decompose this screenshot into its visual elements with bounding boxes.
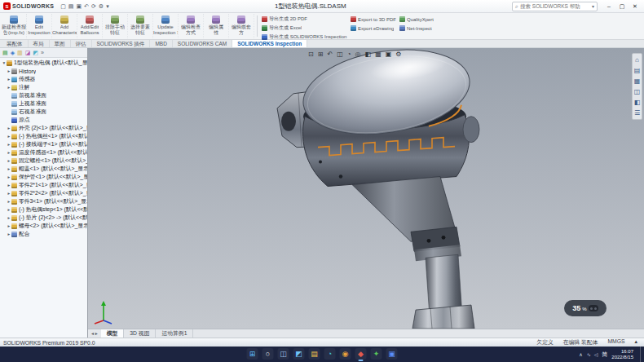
rebuild-icon[interactable]: ⟳ <box>91 2 96 11</box>
apply-scene-icon[interactable]: ▣ <box>386 51 392 58</box>
view-tab-motion-study[interactable]: 运动算例1 <box>156 329 193 338</box>
update-inspection-project-button[interactable]: Update Inspection 项目 <box>153 14 179 38</box>
maximize-button[interactable]: ▢ <box>618 3 626 10</box>
new-inspection-project-button[interactable]: 新建检查报 告(imp.fx) <box>2 14 27 38</box>
tray-chevron-icon[interactable]: ∧ <box>579 351 582 357</box>
quick-access-dropdown-icon[interactable]: ▾ <box>106 2 109 11</box>
select-sampled-features-button[interactable]: 选择要素 特征 <box>128 14 153 38</box>
design-library-tab-icon[interactable]: ▤ <box>634 67 641 74</box>
save-icon[interactable]: ▣ <box>76 2 82 11</box>
overlay-pill[interactable]: 35 % <box>564 300 607 316</box>
tab-addins[interactable]: SOLIDWORKS 插件 <box>92 40 151 47</box>
file-explorer-tab-icon[interactable]: ▦ <box>634 77 641 85</box>
tree-item[interactable]: ▸ 帽盖<1> (默认<<默认>_显示状态 <box>0 165 87 173</box>
task-view-button[interactable]: ◫ <box>278 348 289 360</box>
propertymanager-tab-icon[interactable]: ◈ <box>11 48 15 58</box>
tree-item[interactable]: ▸ 温度传感器<1> (默认<<默认>_显 <box>0 148 87 157</box>
expand-pane-icon[interactable]: » <box>41 48 44 58</box>
tree-item[interactable]: ▸ 注解 <box>0 83 87 91</box>
volume-icon[interactable]: ◁ <box>594 351 598 357</box>
tree-item[interactable]: ▸ 传感器 <box>0 75 87 83</box>
export-edrawing-button[interactable]: Export eDrawing <box>351 24 396 32</box>
solidworks-taskbar-button[interactable]: ◆ <box>355 348 367 360</box>
resources-tab-icon[interactable]: ⌂ <box>635 56 639 64</box>
tree-item[interactable]: ▸ History <box>0 67 87 75</box>
undo-icon[interactable]: ↶ <box>84 2 89 11</box>
viewport[interactable] <box>88 48 644 329</box>
view-settings-icon[interactable]: ⚙ <box>395 51 401 58</box>
tree-item[interactable]: ▸ (-) 垫片 (2)<2> -> (默认<<默认>_显 <box>0 214 87 222</box>
widgets-button[interactable]: ◩ <box>293 348 305 360</box>
tree-item[interactable]: 前视基准面 <box>0 91 87 99</box>
status-editing-assembly[interactable]: 在编辑 装配体 <box>563 338 598 347</box>
tree-item[interactable]: 右视基准面 <box>0 108 87 116</box>
graphics-area[interactable]: ⊡⊞↶◫◔◎◧▦▣⚙ ⌂▤▦◫◧☰ 35 % ◂ ▸ <box>88 48 644 338</box>
browser-button[interactable]: ◉ <box>340 348 351 360</box>
edge-button[interactable]: ◔ <box>324 348 336 360</box>
chevron-down-icon[interactable]: ▾ <box>592 3 594 9</box>
add-characteristic-button[interactable]: Add Characteristic <box>52 14 77 38</box>
edit-inspection-method-button[interactable]: 编辑检查 方式 <box>179 14 204 38</box>
view-tab-nav-arrows[interactable]: ◂ ▸ <box>88 329 101 338</box>
status-units[interactable]: MMGS <box>607 338 624 347</box>
taskbar-clock[interactable]: 16:07 2022/8/15 <box>611 349 633 360</box>
show-desktop-button[interactable] <box>640 347 642 362</box>
view-tab-model[interactable]: 模型 <box>101 329 125 338</box>
edit-inspection-button[interactable]: Edit Inspection <box>27 14 52 38</box>
tree-item[interactable]: ▸ 零件3<1> (默认<<默认>_显示状态 <box>0 197 87 205</box>
tab-evaluate[interactable]: 评估 <box>71 40 92 47</box>
tab-mbd[interactable]: MBD <box>150 40 172 47</box>
tree-item[interactable]: 上视基准面 <box>0 99 87 108</box>
photos-button[interactable]: ▣ <box>386 348 398 360</box>
tree-item[interactable]: ▸ 零件2*1<1> (默认<<默认>_显示状 <box>0 181 87 189</box>
hide-show-items-icon[interactable]: ◧ <box>365 51 372 58</box>
new-file-icon[interactable]: ▢ <box>60 2 66 11</box>
file-explorer-button[interactable]: ▤ <box>309 348 320 360</box>
view-tab-3d-views[interactable]: 3D 视图 <box>124 329 156 338</box>
tree-item[interactable]: 原点 <box>0 116 87 124</box>
qualityxpert-button[interactable]: QualityXpert <box>399 15 434 23</box>
zoom-area-icon[interactable]: ⊞ <box>318 51 324 58</box>
custom-properties-tab-icon[interactable]: ☰ <box>634 109 640 117</box>
search-button[interactable]: ○ <box>262 348 274 360</box>
network-icon[interactable]: ∿ <box>587 351 591 357</box>
status-expand-icon[interactable]: ▴ <box>635 338 637 347</box>
add-edit-balloons-button[interactable]: Add/Edit Balloons <box>77 14 103 38</box>
configurationmanager-tab-icon[interactable]: ▥ <box>17 48 23 58</box>
net-inspect-button[interactable]: Net-Inspect <box>399 24 434 32</box>
display-style-icon[interactable]: ◎ <box>355 51 361 58</box>
appearances-tab-icon[interactable]: ◧ <box>634 99 641 106</box>
zoom-fit-icon[interactable]: ⊡ <box>308 51 314 58</box>
previous-view-icon[interactable]: ↶ <box>328 51 333 58</box>
export-excel-button[interactable]: 导出生成 Excel <box>262 24 347 32</box>
tab-layout[interactable]: 布局 <box>29 40 50 47</box>
annotation-views-icon[interactable]: ◔ <box>347 51 351 58</box>
section-view-icon[interactable]: ◫ <box>337 51 343 58</box>
exclude-manual-features-button[interactable]: 排除手动 特征 <box>103 14 128 38</box>
tree-item[interactable]: ▸ 固定螺栓<1> (默认<<默认>_显示 <box>0 157 87 165</box>
model-3d-thermocouple[interactable] <box>88 48 644 329</box>
view-palette-tab-icon[interactable]: ◫ <box>634 88 641 95</box>
tree-item[interactable]: ▾ 1型铠装热电偶 (默认<默认_显示状态-1 <box>0 59 87 67</box>
featuremanager-tab-icon[interactable]: ▤ <box>2 48 8 58</box>
tree-item[interactable]: ▸ (-) 接线端子<1> (默认<<默认>_显 <box>0 140 87 148</box>
export-2d-pdf-button[interactable]: 导出生成 2D PDF <box>262 15 347 23</box>
tree-item[interactable]: ▸ 外壳 (2)<1> (默认<<默认>_显示状 <box>0 124 87 132</box>
tree-item[interactable]: ▸ 零件2*2<2> (默认<<默认>_显示状 <box>0 189 87 197</box>
edit-nesting-button[interactable]: 编辑嵌套 方 <box>229 14 254 38</box>
tree-item[interactable]: ▸ 配合 <box>0 230 87 238</box>
dimxpertmanager-tab-icon[interactable]: ◪ <box>25 48 31 58</box>
tab-cam[interactable]: SOLIDWORKS CAM <box>173 40 232 47</box>
edit-appearance-icon[interactable]: ▦ <box>375 51 382 58</box>
minimize-button[interactable]: – <box>605 3 613 10</box>
close-button[interactable]: ✕ <box>631 3 639 10</box>
wechat-button[interactable]: ✦ <box>371 348 382 360</box>
export-3d-pdf-button[interactable]: Export to 3D PDF <box>351 15 396 23</box>
tree-item[interactable]: ▸ (-) 热电偶step<1> (默认<<默认> <box>0 205 87 214</box>
ime-indicator[interactable]: 简 <box>602 351 607 359</box>
options-icon[interactable]: ⚙ <box>99 2 104 11</box>
start-button[interactable]: ⊞ <box>247 348 258 360</box>
tree-item[interactable]: ▸ 螺母<2> (默认<<默认>_显示状态 <box>0 222 87 230</box>
edit-properties-button[interactable]: 编辑属 性 <box>204 14 229 38</box>
status-under-defined[interactable]: 欠定义 <box>536 338 553 347</box>
